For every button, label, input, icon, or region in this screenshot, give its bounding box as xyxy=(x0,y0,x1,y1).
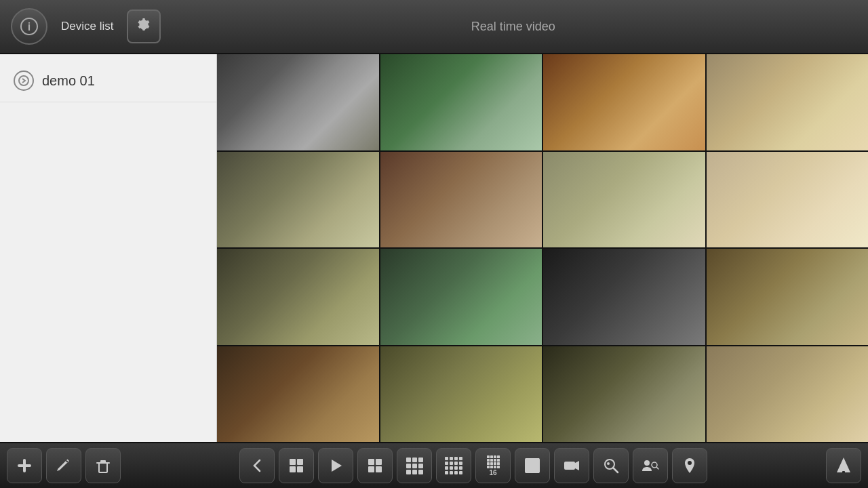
video-cell-7[interactable] xyxy=(543,152,705,248)
svg-rect-8 xyxy=(290,459,296,465)
svg-rect-24 xyxy=(842,471,845,473)
video-cell-16[interactable] xyxy=(707,346,869,443)
video-cell-3[interactable] xyxy=(543,54,705,150)
svg-marker-15 xyxy=(575,461,579,470)
video-cell-6[interactable] xyxy=(380,152,542,248)
video-cell-8[interactable] xyxy=(707,152,869,248)
video-cell-9[interactable] xyxy=(217,249,379,345)
device-name: demo 01 xyxy=(42,73,95,89)
expand-icon xyxy=(14,70,34,91)
fullscreen-button[interactable] xyxy=(515,448,550,483)
grid-3x3-button[interactable] xyxy=(397,448,432,483)
play-button[interactable] xyxy=(318,448,353,483)
alert-button[interactable] xyxy=(826,448,861,483)
video-grid xyxy=(217,54,868,442)
video-cell-5[interactable] xyxy=(217,152,379,248)
svg-rect-4 xyxy=(18,464,31,467)
toolbar-left xyxy=(7,448,121,483)
svg-rect-7 xyxy=(96,462,110,464)
grid-4x4-button[interactable] xyxy=(436,448,471,483)
location-button[interactable] xyxy=(672,448,707,483)
layout-button[interactable] xyxy=(279,448,314,483)
svg-rect-14 xyxy=(564,462,575,470)
svg-rect-9 xyxy=(297,459,303,465)
svg-point-22 xyxy=(688,461,692,465)
video-cell-1[interactable] xyxy=(217,54,379,150)
svg-line-17 xyxy=(613,468,618,472)
svg-point-18 xyxy=(607,462,610,465)
svg-rect-11 xyxy=(297,466,303,472)
video-cell-2[interactable] xyxy=(380,54,542,150)
video-cell-14[interactable] xyxy=(380,346,542,443)
toolbar-right xyxy=(826,448,861,483)
info-button[interactable]: i xyxy=(11,8,47,45)
search-camera-button[interactable] xyxy=(593,448,629,483)
toolbar-center: 16 xyxy=(239,448,707,483)
delete-button[interactable] xyxy=(85,448,121,483)
grid-2x2-button[interactable] xyxy=(357,448,393,483)
svg-point-19 xyxy=(644,460,650,466)
video-cell-10[interactable] xyxy=(380,249,542,345)
toolbar: 16 xyxy=(0,442,868,488)
settings-button[interactable] xyxy=(127,9,161,43)
main-content: demo 01 xyxy=(0,54,868,442)
header: i Device list Real time video xyxy=(0,0,868,54)
back-button[interactable] xyxy=(239,448,275,483)
video-cell-4[interactable] xyxy=(707,54,869,150)
sidebar-item-demo01[interactable]: demo 01 xyxy=(0,60,216,102)
svg-marker-23 xyxy=(837,458,850,472)
svg-point-2 xyxy=(19,76,28,85)
svg-line-21 xyxy=(656,467,658,469)
video-cell-11[interactable] xyxy=(543,249,705,345)
grid-16-button[interactable]: 16 xyxy=(475,448,511,483)
add-button[interactable] xyxy=(7,448,42,483)
device-list-button[interactable]: Device list xyxy=(56,17,119,36)
svg-text:i: i xyxy=(28,21,31,33)
svg-rect-10 xyxy=(290,466,296,472)
svg-marker-12 xyxy=(332,460,342,472)
svg-rect-5 xyxy=(99,463,107,472)
sidebar: demo 01 xyxy=(0,54,217,442)
page-title: Real time video xyxy=(169,20,857,34)
edit-button[interactable] xyxy=(46,448,81,483)
video-cell-15[interactable] xyxy=(543,346,705,443)
users-search-button[interactable] xyxy=(633,448,668,483)
video-cell-13[interactable] xyxy=(217,346,379,443)
video-cell-12[interactable] xyxy=(707,249,869,345)
record-button[interactable] xyxy=(554,448,589,483)
